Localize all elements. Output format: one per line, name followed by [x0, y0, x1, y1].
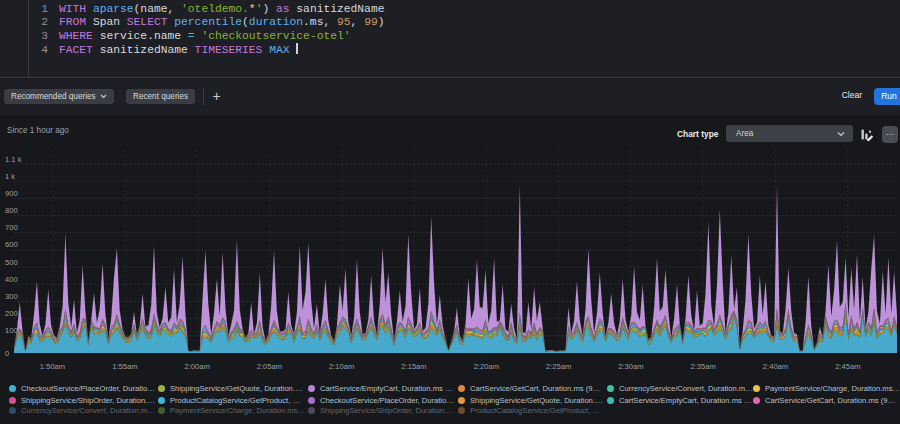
svg-text:2:10am: 2:10am: [329, 362, 354, 371]
svg-text:100: 100: [5, 326, 18, 335]
svg-text:900: 900: [5, 189, 18, 198]
svg-text:2:30am: 2:30am: [618, 362, 643, 371]
svg-text:1:55am: 1:55am: [112, 362, 137, 371]
svg-text:1.1 k: 1.1 k: [5, 155, 22, 164]
svg-text:200: 200: [5, 309, 18, 318]
svg-text:800: 800: [5, 206, 18, 215]
svg-text:2:05am: 2:05am: [257, 362, 282, 371]
svg-text:0: 0: [5, 349, 9, 358]
svg-text:700: 700: [5, 223, 18, 232]
svg-text:300: 300: [5, 292, 18, 301]
svg-text:600: 600: [5, 240, 18, 249]
svg-text:1 k: 1 k: [5, 172, 15, 181]
svg-text:2:40am: 2:40am: [763, 362, 788, 371]
svg-text:2:35am: 2:35am: [691, 362, 716, 371]
svg-text:2:25am: 2:25am: [546, 362, 571, 371]
svg-text:500: 500: [5, 258, 18, 267]
svg-text:400: 400: [5, 275, 18, 284]
svg-text:1:50am: 1:50am: [40, 362, 65, 371]
svg-text:2:45am: 2:45am: [835, 362, 860, 371]
svg-text:2:20am: 2:20am: [474, 362, 499, 371]
svg-text:2:15am: 2:15am: [401, 362, 426, 371]
svg-text:2:00am: 2:00am: [184, 362, 209, 371]
